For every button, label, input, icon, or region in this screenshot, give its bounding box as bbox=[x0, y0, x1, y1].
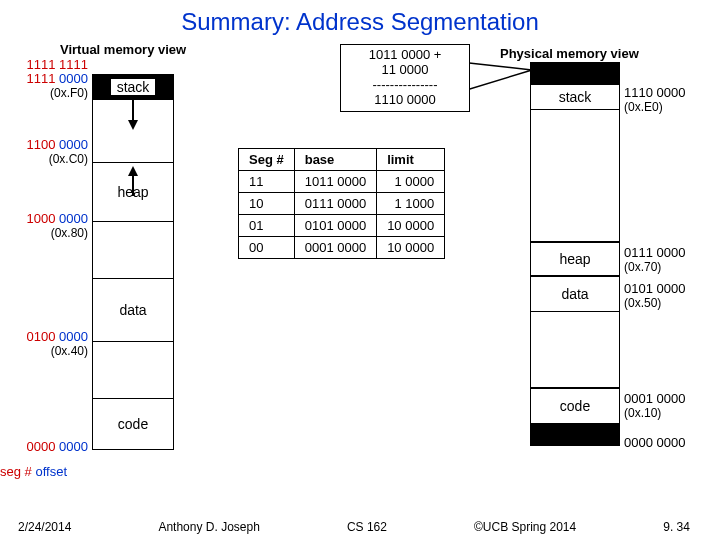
col-seg: Seg # bbox=[239, 149, 295, 171]
table-row: 111011 00001 0000 bbox=[239, 171, 445, 193]
footer-date: 2/24/2014 bbox=[18, 520, 71, 534]
vaddr-label: 0000 0000 bbox=[3, 440, 88, 454]
paddr-label: 1110 0000(0x.E0) bbox=[624, 86, 719, 113]
vmem-heading: Virtual memory view bbox=[60, 42, 186, 57]
pmem-stack-block: stack bbox=[530, 84, 620, 110]
footer-author: Anthony D. Joseph bbox=[158, 520, 259, 534]
seg-offset-legend: seg # offset bbox=[0, 464, 67, 479]
paddr-hex: (0x.70) bbox=[624, 260, 661, 274]
arrow-up-icon bbox=[126, 166, 140, 196]
segment-table: Seg # base limit 111011 00001 0000 10011… bbox=[238, 148, 445, 259]
addition-callout: 1011 0000 + 11 0000 --------------- 1110… bbox=[340, 44, 470, 112]
vmem-data-block: data bbox=[92, 278, 174, 342]
vaddr-label: 1000 0000(0x.80) bbox=[3, 212, 88, 241]
vaddr-hex: (0x.C0) bbox=[49, 152, 88, 166]
vmem-column: stack heap data code bbox=[92, 74, 174, 450]
vaddr-hex: (0x.40) bbox=[51, 344, 88, 358]
paddr-hex: (0x.E0) bbox=[624, 100, 663, 114]
paddr-label: 0101 0000(0x.50) bbox=[624, 282, 719, 309]
pmem-heap-block: heap bbox=[530, 242, 620, 276]
vmem-stack-block: stack bbox=[111, 79, 156, 95]
svg-marker-4 bbox=[460, 62, 532, 92]
col-base: base bbox=[294, 149, 376, 171]
vaddr-label: 1111 0000(0x.F0) bbox=[3, 72, 88, 101]
footer-course: CS 162 bbox=[347, 520, 387, 534]
paddr-bin: 0111 0000 bbox=[624, 245, 685, 260]
col-limit: limit bbox=[377, 149, 445, 171]
arrow-down-icon bbox=[126, 100, 140, 130]
pmem-code-block: code bbox=[530, 388, 620, 424]
callout-line: --------------- bbox=[345, 78, 465, 93]
pmem-data-block: data bbox=[530, 276, 620, 312]
pmem-column: stack heap data code bbox=[530, 62, 620, 446]
paddr-label: 0111 0000(0x.70) bbox=[624, 246, 719, 273]
paddr-label: 0001 0000(0x.10) bbox=[624, 392, 719, 419]
paddr-hex: (0x.50) bbox=[624, 296, 661, 310]
table-row: 100111 00001 1000 bbox=[239, 193, 445, 215]
paddr-label: 0000 0000 bbox=[624, 436, 719, 450]
svg-marker-1 bbox=[128, 120, 138, 130]
table-header-row: Seg # base limit bbox=[239, 149, 445, 171]
vaddr-bin: 1111 1111 bbox=[27, 57, 88, 72]
callout-line: 11 0000 bbox=[345, 63, 465, 78]
table-row: 000001 000010 0000 bbox=[239, 237, 445, 259]
callout-line: 1110 0000 bbox=[345, 93, 465, 108]
offset-label: offset bbox=[35, 464, 67, 479]
vaddr-label: 0100 0000(0x.40) bbox=[3, 330, 88, 359]
vaddr-hex: (0x.80) bbox=[51, 226, 88, 240]
seg-label: seg # bbox=[0, 464, 32, 479]
slide-footer: 2/24/2014 Anthony D. Joseph CS 162 ©UCB … bbox=[0, 520, 720, 534]
callout-line: 1011 0000 + bbox=[345, 48, 465, 63]
page-title: Summary: Address Segmentation bbox=[0, 0, 720, 40]
footer-copyright: ©UCB Spring 2014 bbox=[474, 520, 576, 534]
footer-slide-number: 9. 34 bbox=[663, 520, 690, 534]
paddr-bin: 0001 0000 bbox=[624, 391, 685, 406]
vaddr-label: 1100 0000(0x.C0) bbox=[3, 138, 88, 167]
paddr-bin: 0101 0000 bbox=[624, 281, 685, 296]
table-row: 010101 000010 0000 bbox=[239, 215, 445, 237]
vmem-code-block: code bbox=[92, 398, 174, 450]
diagram-area: Virtual memory view stack heap data code… bbox=[0, 40, 720, 520]
paddr-hex: (0x.10) bbox=[624, 406, 661, 420]
paddr-bin: 1110 0000 bbox=[624, 85, 685, 100]
